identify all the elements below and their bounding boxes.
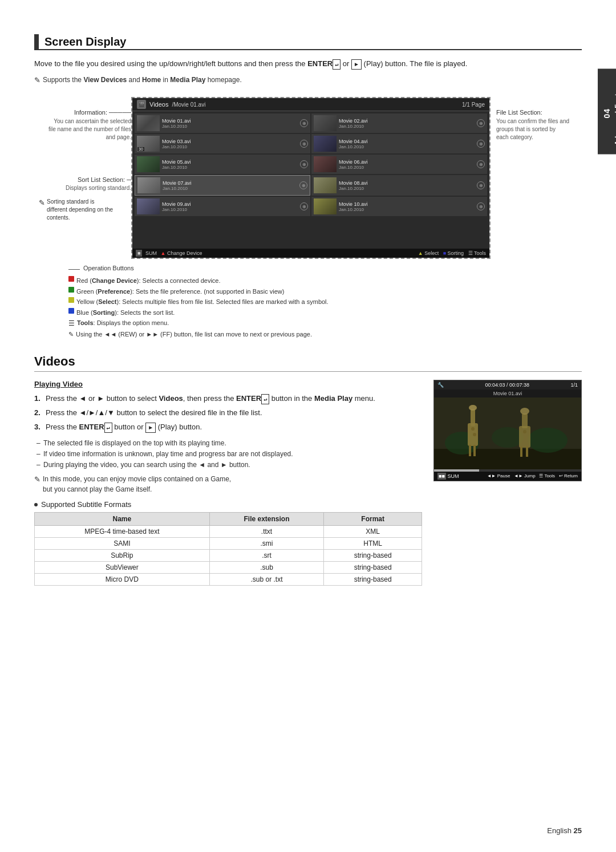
- side-tab-number: 04: [602, 108, 611, 118]
- step-1-text: Press the ◄ or ► button to select Videos…: [46, 393, 375, 405]
- svg-rect-14: [526, 447, 528, 457]
- td-format-2: HTML: [324, 538, 422, 550]
- videos-section-header: Videos: [34, 354, 582, 372]
- screen-icon: 🎬: [137, 100, 146, 109]
- language-label: English: [547, 826, 573, 835]
- screen-item-name: Movie 03.avi: [162, 139, 298, 144]
- video-filename: Movie 01.avi: [434, 390, 581, 397]
- table-row: MPEG-4 time-based text .ttxt XML: [35, 526, 422, 538]
- note-content: Supports the View Devices and Home in Me…: [43, 75, 242, 85]
- videos-content-area: Playing Video 1. Press the ◄ or ► button…: [34, 380, 582, 586]
- videos-right: 🔧 00:04:03 / 00:07:38 1/1 Movie 01.avi: [433, 380, 582, 481]
- screen-thumb: [314, 115, 337, 131]
- screen-subtitle: /Movie 01.avi: [172, 102, 205, 108]
- screen-display-title: Screen Display: [44, 35, 126, 48]
- page-footer: English 25: [547, 826, 582, 835]
- screen-item: Movie 10.avi Jan.10.2010 ⊕: [311, 197, 487, 216]
- screen-item-info: Movie 10.avi Jan.10.2010: [339, 201, 475, 212]
- screen-item: Movie 08.avi Jan.10.2010 ⊕: [311, 175, 487, 196]
- side-tab: 04 Advanced Features: [598, 68, 616, 154]
- screen-item-name: Movie 07.avi: [163, 180, 297, 186]
- td-name-2: SAMI: [35, 538, 210, 550]
- step-1: 1. Press the ◄ or ► button to select Vid…: [34, 393, 422, 405]
- step-3-text: Press the ENTER↵ button or ► (Play) butt…: [46, 421, 202, 433]
- svg-rect-10: [519, 426, 530, 448]
- screen-bottombar: ■ SUM ▲ Change Device ▲ Select ■ Sorting…: [132, 249, 489, 258]
- note-viewdevices: ✎ Supports the View Devices and Home in …: [34, 75, 582, 86]
- op-red: Red (Change Device): Selects a connected…: [68, 276, 582, 286]
- td-format-5: string-based: [324, 574, 422, 586]
- svg-point-17: [523, 430, 526, 433]
- screen-item-date: Jan.10.2010: [162, 207, 298, 212]
- screen-item-icon: ⊕: [300, 160, 308, 168]
- game-note: ✎ In this mode, you can enjoy movie clip…: [34, 474, 422, 494]
- op-green-text: Green (Preference): Sets the file prefer…: [76, 287, 284, 297]
- svg-point-3: [528, 428, 568, 453]
- step-3-num: 3.: [34, 421, 43, 433]
- td-name-1: MPEG-4 time-based text: [35, 526, 210, 538]
- subtitle-table: Name File extension Format MPEG-4 time-b…: [34, 512, 422, 586]
- screen-item-icon: ⊕: [477, 119, 485, 127]
- screen-display-header: Screen Display: [34, 34, 582, 50]
- screen-item: Movie 09.avi Jan.10.2010 ⊕: [135, 197, 310, 216]
- video-topbar: 🔧 00:04:03 / 00:07:38 1/1: [434, 380, 581, 390]
- subtitle-table-body: MPEG-4 time-based text .ttxt XML SAMI .s…: [35, 526, 422, 586]
- videos-section: Videos Playing Video 1. Press the ◄ or ►…: [34, 354, 582, 586]
- screen-page: 1/1 Page: [462, 102, 485, 108]
- labels-left: Information: ───── You can ascertain the…: [34, 97, 131, 222]
- screen-thumb: [137, 177, 160, 193]
- screen-grid: Movie 01.avi Jan.10.2010 ⊕ Movie 02.avi …: [132, 111, 489, 218]
- screen-bottom-left: ■ SUM ▲ Change Device: [136, 250, 202, 256]
- screen-item-info: Movie 01.avi Jan.10.2010: [162, 118, 298, 129]
- screen-item-date: Jan.10.2010: [339, 144, 475, 149]
- step-2: 2. Press the ◄/►/▲/▼ button to select th…: [34, 407, 422, 419]
- screen-item-info: Movie 02.avi Jan.10.2010: [339, 118, 475, 129]
- screen-title: Videos: [149, 101, 168, 108]
- screen-item-info: Movie 03.avi Jan.10.2010: [162, 139, 298, 149]
- op-blue-text: Blue (Sorting): Selects the sort list.: [76, 308, 175, 318]
- screen-item-icon: ⊕: [477, 160, 485, 168]
- screen-item-date: Jan.10.2010: [339, 165, 475, 170]
- bullet-list: The selected file is displayed on the to…: [34, 438, 422, 471]
- screen-item-icon: ⊕: [300, 140, 308, 148]
- step-1-num: 1.: [34, 393, 43, 405]
- bullet-dot: [34, 503, 38, 506]
- player-bottom-sum: ■■ SUM: [437, 473, 459, 479]
- screen-item-icon: ⊕: [477, 202, 485, 210]
- step-2-text: Press the ◄/►/▲/▼ button to select the d…: [46, 407, 262, 419]
- video-bottombar: ■■ SUM ◄► Pause ◄► Jump ☰ Tools ↩ Return: [434, 472, 581, 481]
- screen-thumb: [314, 136, 337, 152]
- screen-item-icon: ⊕: [477, 181, 485, 189]
- screen-item-icon: ⊕: [300, 202, 308, 210]
- screen-thumb: [137, 115, 160, 131]
- screen-item-icon: ⊕: [300, 119, 308, 127]
- player-bottom-controls: ◄► Pause ◄► Jump ☰ Tools ↩ Return: [487, 473, 578, 479]
- screen-item-name: Movie 01.avi: [162, 118, 298, 124]
- td-format-4: string-based: [324, 562, 422, 574]
- screen-item-date: Jan.10.2010: [162, 144, 298, 149]
- subtitle-header-row: Name File extension Format: [35, 513, 422, 526]
- screen-item-info: Movie 08.avi Jan.10.2010: [339, 180, 475, 191]
- operation-note-text: Using the ◄◄ (REW) or ►► (FF) button, fi…: [76, 331, 312, 338]
- screen-item-info: Movie 04.avi Jan.10.2010: [339, 139, 475, 149]
- table-row: SAMI .smi HTML: [35, 538, 422, 550]
- note-icon-game: ✎: [34, 474, 40, 485]
- table-row: Micro DVD .sub or .txt string-based: [35, 574, 422, 586]
- video-scene-svg: [434, 397, 581, 472]
- screen-item-info: Movie 05.avi Jan.10.2010: [162, 159, 298, 170]
- intro-paragraph: Move to the file you desired using the u…: [34, 58, 582, 70]
- subtitle-bullet-text: Supported Subtitle Formats: [41, 500, 131, 509]
- label-information: Information: ───── You can ascertain the…: [34, 108, 131, 141]
- screen-item-name: Movie 10.avi: [339, 201, 475, 207]
- screen-item-info: Movie 07.avi Jan.10.2010: [163, 180, 297, 191]
- operation-section: Operation Buttons Red (Change Device): S…: [34, 265, 582, 338]
- col-name: Name: [35, 513, 210, 526]
- td-ext-3: .srt: [209, 550, 324, 562]
- td-format-1: XML: [324, 526, 422, 538]
- screen-item-icon: ⊕: [299, 181, 307, 189]
- label-sorting-note: ✎ Sorting standard isdifferent depending…: [34, 198, 131, 222]
- screen-thumb: [314, 177, 337, 193]
- screen-item-name: Movie 09.avi: [162, 201, 298, 207]
- svg-rect-13: [520, 447, 522, 457]
- operation-note: ✎ Using the ◄◄ (REW) or ►► (FF) button, …: [68, 331, 582, 338]
